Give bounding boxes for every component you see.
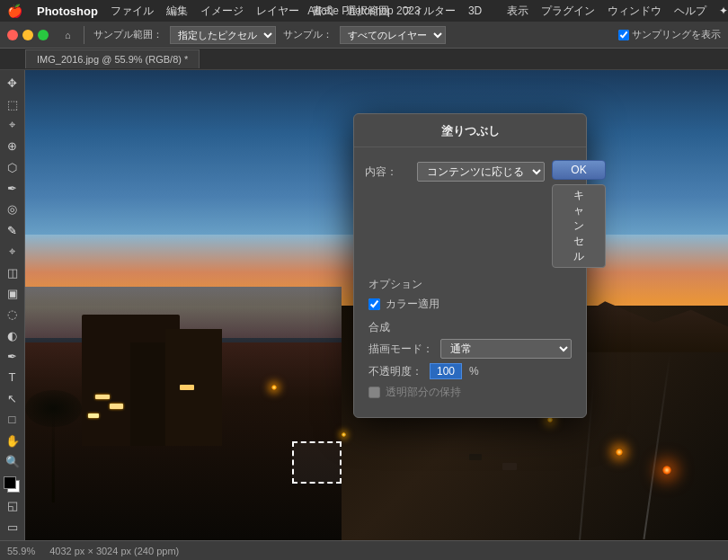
status-bar: 55.9% 4032 px × 3024 px (240 ppm) [0, 540, 728, 560]
car-1 [502, 463, 517, 470]
sample-select[interactable]: すべてのレイヤー [340, 26, 446, 44]
quick-select-tool[interactable]: ⊕ [3, 137, 22, 156]
foreground-color[interactable] [4, 476, 16, 489]
type-tool[interactable]: T [3, 368, 22, 387]
hand-tool[interactable]: ✋ [3, 431, 22, 449]
shape-tool[interactable]: □ [3, 410, 22, 429]
apple-logo: 🍎 [7, 4, 22, 18]
window-title: Adobe Photoshop 2023 [307, 4, 420, 17]
minimize-button[interactable] [22, 30, 33, 40]
move-tool[interactable]: ✥ [3, 74, 22, 93]
draw-mode-label: 描画モード： [368, 342, 433, 357]
options-toolbar: ⌂ サンプル範囲： 指定したピクセル サンプル： すべてのレイヤー サンプリング… [0, 22, 728, 49]
sampling-checkbox-label[interactable]: サンプリングを表示 [618, 28, 721, 41]
streetlight-1 [271, 385, 277, 390]
window-light-3 [88, 413, 99, 418]
selection-marquee [292, 441, 342, 484]
eraser-tool[interactable]: ◫ [3, 262, 22, 281]
streetlight-3 [616, 449, 623, 456]
content-label: 内容： [365, 164, 410, 180]
opacity-label: 不透明度： [368, 364, 422, 379]
menu-file[interactable]: ファイル [111, 4, 154, 19]
opacity-unit: % [469, 365, 479, 378]
spot-healing-tool[interactable]: ◎ [3, 200, 22, 218]
menu-layer[interactable]: レイヤー [256, 4, 299, 19]
draw-mode-row: 描画モード： 通常 [354, 337, 586, 360]
sampling-checkbox[interactable] [618, 30, 629, 40]
screen-mode-tool[interactable]: ▭ [3, 518, 22, 537]
color-apply-row: カラー適用 [354, 294, 586, 315]
app-name: Photoshop [37, 4, 98, 18]
menu-window[interactable]: ウィンドウ [608, 4, 661, 19]
menu-view[interactable]: 表示 [507, 4, 528, 19]
main-area: ✥ ⬚ ⌖ ⊕ ⬡ ✒ ◎ ✎ ⌖ ◫ ▣ ◌ ◐ ✒ T ↖ □ ✋ 🔍 ◱ … [0, 70, 728, 540]
window-light-4 [180, 385, 194, 389]
quick-mask-tool[interactable]: ◱ [3, 496, 22, 515]
blend-label: 合成 [354, 315, 586, 337]
cancel-button[interactable]: キャンセル [552, 184, 606, 268]
content-select[interactable]: コンテンツに応じる [417, 162, 545, 182]
dialog-left: 内容： コンテンツに応じる [365, 160, 545, 183]
lasso-tool[interactable]: ⌖ [3, 116, 22, 135]
opacity-row: 不透明度： % [354, 360, 586, 382]
dodge-tool[interactable]: ◐ [3, 326, 22, 345]
sample-range-select[interactable]: 指定したピクセル [170, 26, 276, 44]
sample-label: サンプル： [283, 28, 333, 41]
draw-mode-select[interactable]: 通常 [440, 339, 572, 359]
window-controls [7, 30, 49, 40]
home-button[interactable]: ⌂ [61, 28, 75, 42]
clone-tool[interactable]: ⌖ [3, 242, 22, 261]
dialog-buttons: OK キャンセル [552, 160, 606, 268]
gradient-tool[interactable]: ▣ [3, 284, 22, 303]
streetlight-2 [342, 432, 346, 437]
palm-top [25, 390, 82, 428]
streetlight-4 [547, 417, 553, 422]
content-row: 内容： コンテンツに応じる [365, 160, 545, 183]
dialog-content-section: 内容： コンテンツに応じる OK キャンセル [354, 156, 586, 271]
menu-help[interactable]: ヘルプ [674, 4, 706, 19]
eyedropper-tool[interactable]: ✒ [3, 179, 22, 198]
crop-tool[interactable]: ⬡ [3, 158, 22, 177]
color-swatches [4, 476, 22, 494]
options-label: オプション [354, 271, 586, 294]
dialog-title: 塗りつぶし [354, 114, 586, 147]
menu-3d[interactable]: 3D [468, 4, 482, 17]
maximize-button[interactable] [38, 30, 49, 40]
menubar: 🍎 Photoshop ファイル 編集 イメージ レイヤー 書式 選択範囲 フィ… [0, 0, 728, 22]
zoom-tool[interactable]: 🔍 [3, 452, 22, 471]
menu-image[interactable]: イメージ [200, 4, 244, 19]
building-3 [165, 329, 222, 447]
brush-tool[interactable]: ✎ [3, 221, 22, 240]
color-apply-checkbox[interactable] [368, 298, 380, 310]
car-2 [469, 454, 482, 460]
transparency-checkbox[interactable] [368, 387, 380, 398]
menu-plugin[interactable]: プラグイン [541, 4, 595, 19]
toolbox: ✥ ⬚ ⌖ ⊕ ⬡ ✒ ◎ ✎ ⌖ ◫ ▣ ◌ ◐ ✒ T ↖ □ ✋ 🔍 ◱ … [0, 70, 25, 540]
path-select-tool[interactable]: ↖ [3, 389, 22, 408]
window-light-2 [110, 404, 124, 408]
color-apply-label: カラー適用 [386, 297, 439, 312]
ok-button[interactable]: OK [552, 160, 606, 180]
zoom-level: 55.9% [7, 546, 35, 556]
sampling-checkbox-container: サンプリングを表示 [453, 28, 721, 41]
canvas-area[interactable]: 塗りつぶし 内容： コンテンツに応じる OK キャンセル [25, 70, 728, 540]
sample-range-label: サンプル範囲： [93, 28, 163, 41]
bluetooth-icon: ✦ [719, 4, 728, 17]
opacity-input[interactable] [430, 363, 462, 379]
transparency-label: 透明部分の保持 [386, 385, 461, 400]
document-tab[interactable]: IMG_2016.jpg @ 55.9% (RGB/8) * [25, 49, 200, 68]
transparency-row: 透明部分の保持 [354, 382, 586, 403]
divider [84, 26, 84, 44]
dimensions: 4032 px × 3024 px (240 ppm) [49, 546, 179, 556]
tab-bar: IMG_2016.jpg @ 55.9% (RGB/8) * [0, 49, 728, 70]
selection-tool[interactable]: ⬚ [3, 94, 22, 113]
fill-dialog: 塗りつぶし 内容： コンテンツに応じる OK キャンセル [353, 113, 587, 418]
pen-tool[interactable]: ✒ [3, 347, 22, 366]
blur-tool[interactable]: ◌ [3, 305, 22, 324]
window-light-1 [95, 395, 110, 399]
right-menu: 表示 プラグイン ウィンドウ ヘルプ ✦ [507, 4, 728, 19]
close-button[interactable] [7, 30, 18, 40]
menu-edit[interactable]: 編集 [166, 4, 188, 19]
